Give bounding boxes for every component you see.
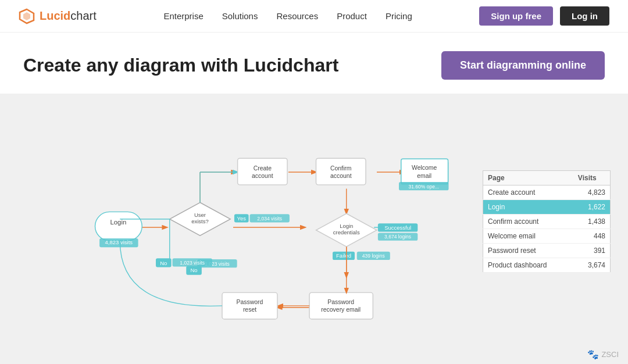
svg-text:31.60% ope...: 31.60% ope... — [408, 184, 439, 190]
diagram-container: Login 4,823 visits User exists? No 1,023… — [17, 117, 611, 338]
login-button[interactable]: Log in — [560, 6, 609, 26]
data-table: Page Visits Create account4,823Login1,62… — [483, 170, 611, 273]
svg-text:Create: Create — [254, 165, 272, 172]
start-diagramming-button[interactable]: Start diagramming online — [441, 51, 605, 80]
table-row: Welcome email448 — [483, 229, 611, 244]
svg-text:Login: Login — [340, 223, 353, 229]
nav-product[interactable]: Product — [337, 11, 367, 21]
svg-text:Password: Password — [327, 299, 354, 305]
svg-marker-1 — [23, 12, 30, 20]
svg-text:4,823 visits: 4,823 visits — [105, 239, 133, 245]
svg-text:Password: Password — [237, 299, 263, 305]
diagram-area: Login 4,823 visits User exists? No 1,023… — [17, 117, 471, 338]
svg-text:439 logins: 439 logins — [362, 253, 385, 259]
hero-section: Create any diagram with Lucidchart Start… — [0, 33, 628, 94]
svg-rect-14 — [95, 212, 142, 240]
svg-text:account: account — [330, 173, 352, 179]
svg-text:No: No — [190, 267, 197, 273]
nav-solutions[interactable]: Solutions — [222, 11, 258, 21]
svg-text:exists?: exists? — [191, 218, 209, 224]
svg-text:Confirm: Confirm — [330, 165, 352, 172]
signup-button[interactable]: Sign up free — [479, 6, 553, 26]
svg-text:2,034 visits: 2,034 visits — [257, 216, 282, 222]
svg-text:3,674 logins: 3,674 logins — [384, 234, 411, 240]
svg-text:User: User — [194, 212, 206, 218]
nav-links: Enterprise Solutions Resources Product P… — [163, 11, 412, 21]
logo-text: Lucidchart — [40, 9, 97, 23]
svg-text:No: No — [160, 260, 167, 266]
table-col-page: Page — [483, 171, 573, 185]
svg-text:Login: Login — [110, 219, 126, 226]
nav-actions: Sign up free Log in — [479, 6, 609, 26]
svg-text:Yes: Yes — [237, 215, 247, 222]
svg-rect-53 — [309, 292, 373, 319]
svg-text:Welcome: Welcome — [412, 165, 437, 171]
svg-text:credentials: credentials — [333, 229, 360, 235]
logo[interactable]: Lucidchart — [19, 8, 97, 24]
svg-text:account: account — [252, 173, 273, 179]
table-row: Login1,622 — [483, 200, 611, 215]
table-row: Create account4,823 — [483, 185, 611, 200]
table-col-visits: Visits — [573, 171, 611, 185]
svg-text:Successful: Successful — [384, 224, 411, 231]
flowchart-svg: Login 4,823 visits User exists? No 1,023… — [17, 117, 471, 338]
nav-enterprise[interactable]: Enterprise — [163, 11, 203, 21]
table-row: Confirm account1,438 — [483, 215, 611, 229]
navbar: Lucidchart Enterprise Solutions Resource… — [0, 0, 628, 33]
table-row: Password reset391 — [483, 244, 611, 258]
watermark: 🐾 ZSCI — [587, 349, 619, 360]
svg-text:recovery email: recovery email — [321, 306, 361, 313]
svg-rect-57 — [222, 292, 277, 319]
diagram-section: Login 4,823 visits User exists? No 1,023… — [0, 94, 628, 364]
table-row: Product dashboard3,674 — [483, 258, 611, 273]
svg-text:email: email — [417, 173, 431, 179]
svg-text:1,023 visits: 1,023 visits — [180, 260, 205, 266]
hero-title: Create any diagram with Lucidchart — [23, 55, 338, 76]
svg-text:reset: reset — [243, 306, 256, 313]
nav-pricing[interactable]: Pricing — [386, 11, 412, 21]
logo-icon — [19, 8, 35, 24]
svg-text:Failed: Failed — [336, 252, 351, 259]
nav-resources[interactable]: Resources — [276, 11, 318, 21]
